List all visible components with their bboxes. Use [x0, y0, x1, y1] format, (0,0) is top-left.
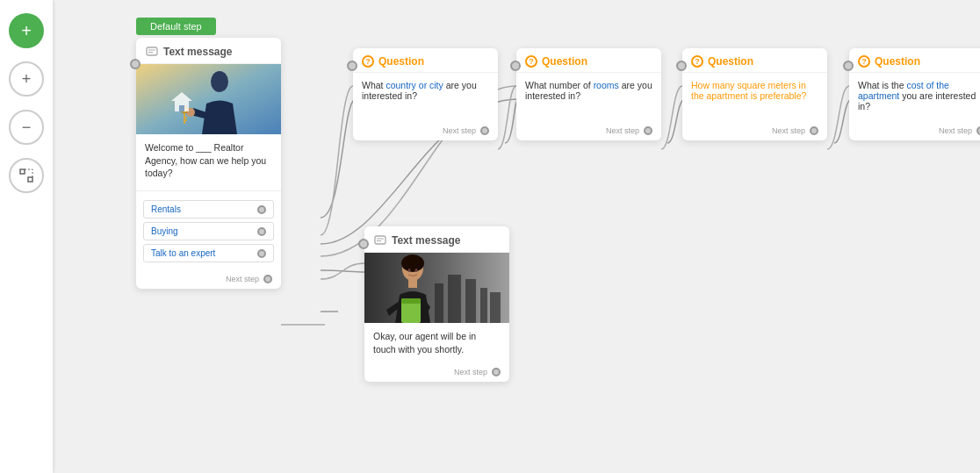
card-title-q1: Question [378, 55, 424, 68]
svg-rect-23 [490, 292, 501, 323]
next-step-dot-q2 [644, 126, 652, 135]
next-step-row-2: Next step [364, 362, 509, 382]
zoom-out-icon: − [22, 118, 32, 137]
card-header-q3: ? Question [682, 48, 827, 73]
next-step-dot-q4 [976, 126, 980, 135]
card-left-dot-q4 [843, 61, 854, 71]
next-step-dot-q1 [480, 126, 489, 135]
card-header-2: Text message [364, 226, 509, 253]
card-body-1: Welcome to ___ Realtor Agency, how can w… [136, 134, 281, 187]
card-left-dot-q3 [676, 61, 687, 71]
card-left-dot-q1 [347, 61, 357, 71]
next-step-label-q3: Next step [772, 126, 805, 135]
zoom-out-button[interactable]: − [9, 110, 44, 145]
card-header-q4: ? Question [849, 48, 980, 73]
next-step-dot-2 [492, 368, 501, 376]
fit-icon [18, 168, 34, 183]
question-text-2: What number of rooms are you interested … [525, 80, 652, 101]
next-step-label-q2: Next step [606, 126, 639, 135]
card-header-1: Text message [136, 38, 281, 64]
next-step-row-q1: Next step [353, 121, 498, 140]
next-step-row-q4: Next step [849, 121, 980, 140]
question-card-1: ? Question What country or city are you … [353, 48, 498, 140]
zoom-in-button[interactable]: + [9, 61, 44, 97]
svg-rect-1 [28, 177, 32, 182]
card-left-dot-q2 [510, 61, 521, 71]
realtor-image [136, 64, 281, 134]
agent-image [364, 253, 509, 323]
left-toolbar: + + − [0, 0, 53, 473]
chat-icon-2 [373, 233, 387, 247]
svg-rect-0 [20, 169, 25, 174]
fit-button[interactable] [9, 158, 44, 193]
question-body-2: What number of rooms are you interested … [516, 73, 661, 121]
rentals-label: Rentals [151, 204, 181, 214]
rentals-dot [257, 205, 266, 214]
question-icon-3: ? [691, 55, 703, 68]
card-title-q2: Question [542, 55, 587, 68]
card-title-2: Text message [392, 234, 461, 247]
svg-rect-22 [480, 288, 487, 323]
question-text-1: What country or city are you interested … [362, 80, 477, 101]
buying-button[interactable]: Buying [143, 222, 274, 240]
next-step-label-1: Next step [226, 275, 259, 283]
next-step-row-q2: Next step [516, 121, 661, 140]
welcome-text: Welcome to ___ Realtor Agency, how can w… [145, 142, 266, 178]
card-header-q2: ? Question [516, 48, 661, 73]
svg-rect-21 [465, 279, 476, 323]
next-step-row-1: Next step [136, 269, 281, 289]
card-body-2: Okay, our agent will be in touch with yo… [364, 323, 509, 362]
talk-to-expert-button[interactable]: Talk to an expert [143, 244, 274, 262]
chat-icon-1 [145, 45, 159, 59]
text-message-card-1: Text message [136, 38, 281, 289]
talk-dot [257, 249, 266, 258]
zoom-in-icon: + [22, 70, 32, 89]
svg-rect-2 [147, 47, 157, 55]
next-step-dot-q3 [810, 126, 818, 135]
question-body-3: How many square meters in the apartment … [682, 73, 827, 121]
question-body-1: What country or city are you interested … [353, 73, 498, 121]
card-header-q1: ? Question [353, 48, 498, 73]
next-step-label-q4: Next step [939, 126, 972, 135]
card-left-dot-2 [358, 239, 369, 249]
plus-icon: + [21, 21, 32, 41]
question-text-3: How many square meters in the apartment … [691, 80, 806, 101]
svg-point-6 [211, 71, 228, 92]
svg-rect-19 [435, 283, 443, 323]
question-icon-4: ? [858, 55, 870, 68]
svg-rect-28 [408, 279, 417, 288]
svg-rect-27 [401, 298, 421, 304]
card-left-dot-1 [130, 59, 141, 69]
default-step-badge: Default step [136, 18, 216, 35]
question-card-2: ? Question What number of rooms are you … [516, 48, 661, 140]
svg-point-25 [401, 254, 424, 272]
question-card-3: ? Question How many square meters in the… [682, 48, 827, 140]
talk-to-expert-label: Talk to an expert [151, 248, 215, 258]
question-card-4: ? Question What is the cost of the apart… [849, 48, 980, 140]
agent-text: Okay, our agent will be in touch with yo… [373, 331, 476, 355]
question-icon-2: ? [525, 55, 537, 68]
svg-point-30 [415, 269, 418, 272]
card-title-1: Text message [163, 46, 233, 58]
card-title-q4: Question [875, 55, 920, 68]
next-step-label-2: Next step [454, 368, 487, 376]
rentals-button[interactable]: Rentals [143, 200, 274, 219]
card-title-q3: Question [708, 55, 753, 68]
question-text-4: What is the cost of the apartment you ar… [858, 80, 976, 111]
next-step-row-q3: Next step [682, 121, 827, 140]
question-icon-1: ? [362, 55, 374, 68]
next-step-label-q1: Next step [443, 126, 476, 135]
text-message-card-2: Text message [364, 226, 509, 382]
svg-rect-14 [179, 105, 184, 111]
buying-dot [257, 227, 266, 236]
next-step-dot-1 [263, 275, 272, 283]
svg-rect-15 [375, 236, 386, 244]
add-main-button[interactable]: + [9, 13, 44, 48]
question-body-4: What is the cost of the apartment you ar… [849, 73, 980, 121]
canvas: Default step Text message [53, 0, 980, 473]
svg-rect-20 [448, 275, 461, 323]
buying-label: Buying [151, 226, 178, 236]
svg-point-29 [408, 269, 411, 272]
